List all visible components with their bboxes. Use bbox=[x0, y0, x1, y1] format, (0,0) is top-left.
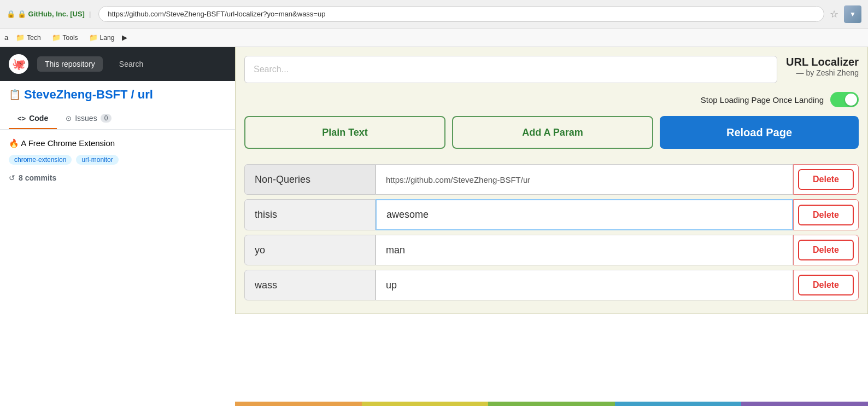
param-value-cell[interactable] bbox=[376, 235, 793, 265]
issues-icon: ⊙ bbox=[66, 114, 72, 123]
param-value-cell[interactable] bbox=[376, 199, 793, 230]
url-bar[interactable]: https://github.com/SteveZheng-BSFT/url-l… bbox=[98, 6, 824, 22]
color-bar-orange bbox=[235, 402, 362, 406]
tab-code[interactable]: <> Code bbox=[9, 108, 57, 129]
action-buttons: Plain Text Add A Param Reload Page bbox=[244, 116, 859, 149]
github-this-repository-btn[interactable]: This repository bbox=[37, 56, 103, 72]
bookmarks-bar: a 📁 Tech 📁 Tools 📁 Lang ▶ bbox=[0, 28, 868, 47]
param-value-cell[interactable] bbox=[376, 270, 793, 300]
repo-description: 🔥 A Free Chrome Extension bbox=[9, 138, 226, 148]
lock-icon: 🔒 bbox=[7, 10, 15, 18]
octocat-logo: 🐙 bbox=[9, 54, 28, 74]
add-param-button[interactable]: Add A Param bbox=[452, 116, 653, 149]
param-delete-cell: Delete bbox=[793, 199, 859, 230]
param-key-cell: thisis bbox=[244, 199, 376, 230]
params-table: Non-Queries https://github.com/SteveZhen… bbox=[244, 160, 859, 305]
param-delete-cell: Delete bbox=[793, 270, 859, 300]
table-row: thisis Delete bbox=[244, 199, 859, 230]
commits-count: ↺ 8 commits bbox=[9, 173, 226, 182]
plain-text-button[interactable]: Plain Text bbox=[244, 116, 445, 149]
param-delete-cell: Delete bbox=[793, 164, 859, 195]
github-header: 🐙 This repository Search bbox=[0, 47, 235, 81]
stop-loading-toggle[interactable] bbox=[830, 92, 859, 107]
param-value-input[interactable] bbox=[376, 236, 793, 265]
color-bar-blue bbox=[615, 402, 742, 406]
url-text: https://github.com/SteveZheng-BSFT/url-l… bbox=[108, 10, 325, 18]
extension-subtitle: — by Zeshi Zheng bbox=[786, 68, 859, 77]
repo-link[interactable]: SteveZheng-BSFT / url bbox=[24, 88, 153, 102]
commits-icon: ↺ bbox=[9, 173, 15, 182]
browser-menu-button[interactable] bbox=[844, 5, 861, 23]
github-background: 🐙 This repository Search 📋 SteveZheng-BS… bbox=[0, 47, 235, 406]
popup-header: Search... URL Localizer — by Zeshi Zheng bbox=[244, 56, 859, 83]
bookmark-tech[interactable]: 📁 Tech bbox=[13, 32, 44, 43]
browser-lock: 🔒 🔒 GitHub, Inc. [US] | bbox=[7, 10, 93, 18]
extension-popup: Search... URL Localizer — by Zeshi Zheng… bbox=[235, 47, 868, 314]
table-row: yo Delete bbox=[244, 235, 859, 265]
bookmark-tools[interactable]: 📁 Tools bbox=[49, 32, 81, 43]
color-bar-purple bbox=[741, 402, 868, 406]
delete-button[interactable]: Delete bbox=[798, 169, 854, 190]
table-row: wass Delete bbox=[244, 270, 859, 300]
non-queries-value: https://github.com/SteveZheng-BSFT/ur bbox=[376, 165, 793, 194]
tab-issues[interactable]: ⊙ Issues 0 bbox=[57, 108, 120, 129]
folder-icon: 📁 bbox=[89, 33, 98, 42]
bookmark-a[interactable]: a bbox=[4, 33, 8, 42]
repo-tags: chrome-extension url-monitor bbox=[9, 155, 226, 165]
param-key-cell: yo bbox=[244, 235, 376, 265]
color-bar-yellow bbox=[362, 402, 489, 406]
param-delete-cell: Delete bbox=[793, 235, 859, 265]
github-body: 🔥 A Free Chrome Extension chrome-extensi… bbox=[0, 130, 235, 191]
bookmark-more[interactable]: ▶ bbox=[122, 33, 127, 42]
delete-button[interactable]: Delete bbox=[798, 205, 854, 225]
toggle-label: Stop Loading Page Once Landing bbox=[701, 95, 824, 105]
param-value-cell: https://github.com/SteveZheng-BSFT/ur bbox=[376, 164, 793, 195]
delete-button[interactable]: Delete bbox=[798, 240, 854, 260]
param-value-input[interactable] bbox=[377, 200, 792, 229]
bookmark-lang[interactable]: 📁 Lang bbox=[86, 32, 118, 43]
browser-chrome: 🔒 🔒 GitHub, Inc. [US] | https://github.c… bbox=[0, 0, 868, 28]
search-box[interactable]: Search... bbox=[244, 56, 777, 83]
param-value-input[interactable] bbox=[376, 271, 793, 300]
color-bar-green bbox=[488, 402, 615, 406]
tag-chrome-extension[interactable]: chrome-extension bbox=[9, 155, 72, 165]
color-bar bbox=[235, 402, 868, 406]
bookmark-star[interactable]: ☆ bbox=[830, 8, 838, 20]
extension-title: URL Localizer bbox=[786, 56, 859, 68]
github-tabs: <> Code ⊙ Issues 0 bbox=[0, 108, 235, 130]
delete-button[interactable]: Delete bbox=[798, 275, 854, 295]
github-search-label: Search bbox=[112, 56, 151, 72]
github-repo-header: 📋 SteveZheng-BSFT / url bbox=[0, 81, 235, 102]
site-identity: 🔒 GitHub, Inc. [US] bbox=[17, 10, 85, 18]
table-row: Non-Queries https://github.com/SteveZhen… bbox=[244, 164, 859, 195]
repo-icon: 📋 bbox=[9, 89, 21, 101]
code-icon: <> bbox=[17, 114, 26, 123]
toggle-row: Stop Loading Page Once Landing bbox=[244, 92, 859, 107]
search-placeholder: Search... bbox=[254, 65, 289, 74]
tag-url-monitor[interactable]: url-monitor bbox=[76, 155, 118, 165]
popup-title-area: URL Localizer — by Zeshi Zheng bbox=[786, 56, 859, 77]
param-key-cell: Non-Queries bbox=[244, 164, 376, 195]
param-key-cell: wass bbox=[244, 270, 376, 300]
reload-page-button[interactable]: Reload Page bbox=[660, 116, 859, 149]
folder-icon: 📁 bbox=[52, 33, 61, 42]
folder-icon: 📁 bbox=[16, 33, 25, 42]
issues-badge: 0 bbox=[101, 114, 112, 123]
